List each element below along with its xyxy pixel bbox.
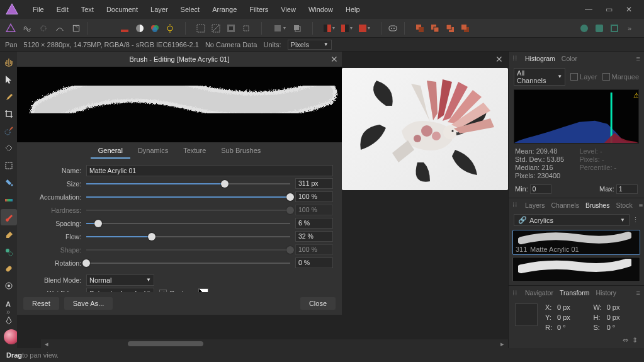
spacing-value[interactable]: 6 % (295, 218, 333, 229)
menu-select[interactable]: Select (174, 0, 206, 19)
histogram-marquee-check[interactable]: Marquee (602, 73, 639, 81)
menu-arrange[interactable]: Arrange (206, 0, 243, 19)
develop-persona-icon[interactable] (37, 21, 50, 35)
size-slider[interactable] (86, 179, 290, 189)
units-select[interactable]: Pixels▼ (288, 40, 332, 50)
tab-history[interactable]: History (596, 289, 616, 297)
assistant-icon[interactable] (386, 21, 400, 35)
swatch2-icon[interactable]: ▼ (339, 21, 355, 35)
tab-transform[interactable]: Transform (560, 289, 589, 297)
accumulation-slider[interactable] (86, 192, 290, 202)
accumulation-value[interactable]: 100 % (295, 191, 333, 202)
brush-options-icon[interactable]: ⋮ (632, 216, 639, 224)
panel-dock-icon[interactable]: ⁞⁞ (512, 289, 517, 297)
x-value[interactable]: 0 px (557, 303, 588, 311)
liquify-persona-icon[interactable] (20, 21, 34, 35)
menu-layer[interactable]: Layer (144, 0, 174, 19)
canvas-area[interactable] (342, 52, 508, 348)
scroll-left-icon[interactable]: ◂ (41, 340, 52, 348)
gradient-tool-icon[interactable] (1, 192, 17, 208)
arrange-forward-icon[interactable] (443, 21, 457, 35)
select-all-icon[interactable] (194, 21, 208, 35)
histogram-min-input[interactable] (530, 184, 551, 194)
brush-name-input[interactable] (86, 165, 333, 176)
menu-filters[interactable]: Filters (243, 0, 274, 19)
deselect-icon[interactable] (209, 21, 223, 35)
dialog-close-icon[interactable]: ✕ (330, 54, 338, 64)
spacing-slider[interactable] (86, 218, 290, 229)
menu-view[interactable]: View (274, 0, 302, 19)
tab-histogram[interactable]: Histogram (525, 55, 555, 62)
autocolors-icon[interactable] (148, 21, 162, 35)
brush-category-select[interactable]: 🔗 Acrylics ▼ (514, 214, 630, 226)
dodge-tool-icon[interactable] (1, 278, 17, 294)
move-tool-icon[interactable] (1, 71, 17, 87)
flood-fill-tool-icon[interactable] (1, 175, 17, 191)
invert-selection-icon[interactable] (224, 21, 238, 35)
brush-item[interactable]: 311 Matte Acrylic 01 (512, 230, 640, 255)
r-value[interactable]: 0 ° (557, 324, 588, 331)
quicklook2-icon[interactable] (592, 21, 606, 35)
swatch3-icon[interactable]: ▼ (356, 21, 373, 35)
brush-item[interactable] (512, 257, 640, 282)
horizontal-scrollbar[interactable]: ◂ ▸ (41, 339, 508, 348)
scroll-thumb[interactable] (128, 341, 203, 346)
flood-select-tool-icon[interactable] (1, 140, 17, 156)
menu-document[interactable]: Document (100, 0, 144, 19)
align-h-icon[interactable]: ⇔ (623, 336, 628, 344)
tab-texture[interactable]: Texture (176, 142, 213, 159)
autowb-icon[interactable] (163, 21, 177, 35)
clone-tool-icon[interactable] (1, 244, 17, 259)
scroll-right-icon[interactable]: ▸ (497, 340, 508, 348)
tab-navigator[interactable]: Navigator (525, 289, 553, 297)
menu-window[interactable]: Window (302, 0, 339, 19)
blendmode-select[interactable]: Normal▼ (86, 274, 154, 286)
healing-tool-icon[interactable] (1, 261, 17, 276)
reset-button[interactable]: Reset (23, 297, 59, 310)
grow-selection-icon[interactable] (239, 21, 253, 35)
align-v-icon[interactable]: ⇕ (632, 336, 638, 344)
artwork-canvas[interactable] (342, 68, 508, 190)
erase-tool-icon[interactable] (1, 227, 17, 242)
quicklook1-icon[interactable] (577, 21, 591, 35)
selection-brush-tool-icon[interactable] (1, 123, 17, 139)
histogram-layer-check[interactable]: Layer (570, 73, 597, 81)
menu-edit[interactable]: Edit (50, 0, 75, 19)
tab-color[interactable]: Color (562, 55, 577, 62)
y-value[interactable]: 0 px (557, 314, 588, 321)
tab-channels[interactable]: Channels (551, 201, 579, 209)
tab-general[interactable]: General (91, 142, 130, 159)
flow-slider[interactable] (86, 232, 290, 242)
quicklook3-icon[interactable] (607, 21, 621, 35)
tab-subbrushes[interactable]: Sub Brushes (213, 142, 268, 159)
flow-value[interactable]: 32 % (295, 231, 333, 242)
autolevels-icon[interactable] (118, 21, 132, 35)
stack-icon[interactable] (290, 21, 304, 35)
panel-dock-icon[interactable]: ⁞⁞ (512, 54, 517, 62)
crop-icon[interactable]: ▼ (270, 21, 289, 35)
window-minimize-icon[interactable]: — (579, 0, 599, 19)
rotation-slider[interactable] (86, 258, 290, 268)
histogram-max-input[interactable] (616, 184, 638, 194)
pan-tool-icon[interactable] (1, 54, 17, 70)
h-value[interactable]: 0 px (607, 314, 638, 321)
rotation-value[interactable]: 0 % (295, 257, 333, 268)
histogram-channel-select[interactable]: All Channels▼ (514, 68, 565, 86)
menu-file[interactable]: File (26, 0, 50, 19)
arrange-front-icon[interactable] (458, 21, 472, 35)
tab-brushes[interactable]: Brushes (585, 201, 610, 209)
panel-menu-icon[interactable]: ≡ (639, 201, 643, 209)
autocontrast-icon[interactable] (133, 21, 147, 35)
window-close-icon[interactable]: ✕ (619, 0, 639, 19)
tab-layers[interactable]: Layers (525, 201, 545, 209)
arrange-backward-icon[interactable] (428, 21, 442, 35)
paintbrush-tool-icon[interactable] (1, 209, 17, 225)
menu-text[interactable]: Text (75, 0, 100, 19)
s-value[interactable]: 0 ° (607, 324, 638, 331)
transform-anchor[interactable] (515, 303, 538, 326)
color-picker-tool-icon[interactable] (1, 89, 17, 105)
panel-dock-icon[interactable]: ⁞⁞ (512, 201, 517, 209)
export-persona-icon[interactable] (69, 21, 83, 35)
panel-menu-icon[interactable]: ≡ (636, 55, 640, 62)
w-value[interactable]: 0 px (607, 303, 638, 311)
